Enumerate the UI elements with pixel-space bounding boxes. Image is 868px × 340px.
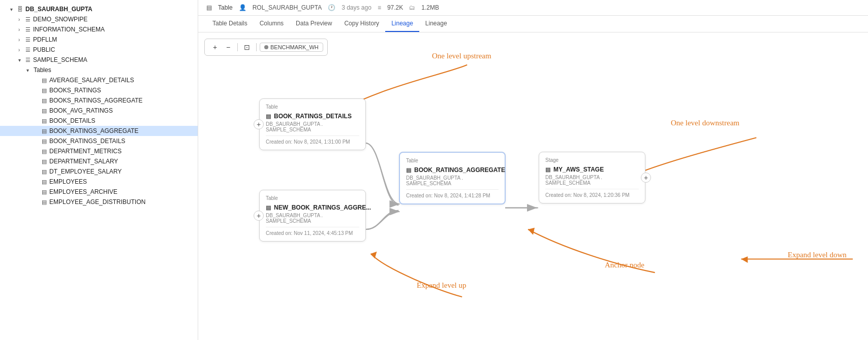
tab-table-details[interactable]: Table Details (206, 16, 254, 32)
sidebar-item-book_ratings_aggregate[interactable]: ▤ BOOK_RATINGS_AGGREGATE (0, 126, 198, 136)
lineage-arrows (198, 32, 868, 340)
sidebar-item-employees[interactable]: ▤ EMPLOYEES (0, 177, 198, 187)
sidebar-item-books_ratings_aggregate[interactable]: ▤ BOOKS_RATINGS_AGGREGATE (0, 95, 198, 106)
zoom-out-button[interactable]: − (222, 41, 234, 53)
sidebar-item-sample_schema[interactable]: ▾ ☰ SAMPLE_SCHEMA (0, 55, 198, 65)
table-icon-sm: ▤ (406, 167, 411, 174)
sidebar-item-public[interactable]: › ☰ PUBLIC (0, 45, 198, 55)
sidebar-item-employees_archive[interactable]: ▤ EMPLOYEES_ARCHIVE (0, 187, 198, 197)
table-icon: ▤ (42, 128, 47, 134)
node-anchor[interactable]: Table ▤ BOOK_RATINGS_AGGREGATE DB_SAURAB… (399, 152, 506, 205)
sidebar-item-book_avg_ratings[interactable]: ▤ BOOK_AVG_RATINGS (0, 106, 198, 116)
table-icon: ▤ (42, 97, 47, 104)
owner-icon: 👤 (239, 4, 246, 11)
schema-icon: ☰ (25, 37, 30, 43)
node-anchor-label: Table (406, 158, 499, 163)
tab-columns[interactable]: Columns (254, 16, 290, 32)
table-icon: ▤ (42, 189, 47, 195)
table-icon: ▤ (42, 118, 47, 124)
warehouse-label: BENCHMARK_WH (270, 44, 319, 50)
warehouse-selector[interactable]: BENCHMARK_WH (260, 43, 323, 52)
sidebar-label: AVERAGE_SALARY_DETAILS (49, 77, 134, 84)
warehouse-status-dot (264, 45, 268, 49)
sidebar-item-department_metrics[interactable]: ▤ DEPARTMENT_METRICS (0, 146, 198, 156)
sidebar-label: EMPLOYEES (49, 178, 87, 185)
zoom-in-button[interactable]: + (209, 41, 221, 53)
schema-icon: ☰ (25, 57, 30, 63)
sidebar-label: DT_EMPLOYEE_SALARY (49, 168, 122, 175)
table-icon: ▤ (42, 158, 47, 165)
lineage-canvas: + − ⊡ BENCHMARK_WH (198, 32, 868, 340)
database-icon: 🗄 (17, 6, 23, 12)
sidebar-label: EMPLOYEES_ARCHIVE (49, 188, 117, 195)
table-icon-sm: ▤ (266, 113, 271, 120)
toolbar-divider2 (256, 43, 257, 51)
sidebar-label: Tables (34, 66, 51, 74)
table-type-icon: ▤ (206, 4, 212, 11)
table-icon: ▤ (42, 108, 47, 114)
schema-icon: ☰ (25, 26, 30, 33)
table-icon: ▤ (42, 77, 47, 84)
node-upstream1-label: Table (266, 104, 359, 110)
table-icon: ▤ (42, 168, 47, 175)
sidebar-item-average_salary_details[interactable]: ▤ AVERAGE_SALARY_DETAILS (0, 75, 198, 85)
node-upstream1-schema: DB_SAURABH_GUPTA . SAMPLE_SCHEMA (266, 121, 359, 132)
node-upstream2-schema: DB_SAURABH_GUPTA . SAMPLE_SCHEMA (266, 213, 359, 224)
node-upstream2[interactable]: Table ▤ NEW_BOOK_RATINGS_AGGRE... DB_SAU… (259, 190, 366, 242)
node-upstream1-created: Created on: Nov 8, 2024, 1:31:00 PM (266, 135, 359, 145)
size-label: 1.2MB (421, 4, 439, 11)
table-icon: ▤ (42, 148, 47, 155)
sidebar-label: INFORMATION_SCHEMA (33, 26, 105, 33)
time-label: 3 days ago (342, 4, 371, 11)
sidebar-item-dt_employee_salary[interactable]: ▤ DT_EMPLOYEE_SALARY (0, 166, 198, 177)
tab-lineage[interactable]: Lineage (385, 16, 419, 32)
chevron-icon: › (18, 47, 25, 53)
chevron-icon: › (18, 17, 25, 22)
chevron-icon: › (18, 37, 25, 43)
tabs-bar: Table Details Columns Data Preview Copy … (198, 16, 868, 32)
sidebar-item-tables-group[interactable]: ▾ Tables (0, 65, 198, 75)
sidebar-item-employee_age_distribution[interactable]: ▤ EMPLOYEE_AGE_DISTRIBUTION (0, 197, 198, 207)
node-downstream1[interactable]: Stage ▤ MY_AWS_STAGE DB_SAURABH_GUPTA . … (539, 152, 645, 203)
node-downstream1-schema: DB_SAURABH_GUPTA . SAMPLE_SCHEMA (545, 175, 639, 186)
sidebar-label: BOOKS_RATINGS (49, 87, 101, 94)
annotation-upstream: One level upstream (432, 52, 491, 60)
node-upstream2-title: ▤ NEW_BOOK_RATINGS_AGGRE... (266, 204, 359, 211)
sidebar-item-information_schema[interactable]: › ☰ INFORMATION_SCHEMA (0, 24, 198, 35)
sidebar-item-database[interactable]: ▾ 🗄 DB_SAURABH_GUPTA (0, 4, 198, 14)
tab-data-preview[interactable]: Data Preview (290, 16, 338, 32)
sidebar-label: DEMO_SNOWPIPE (33, 16, 87, 23)
node-upstream2-label: Table (266, 195, 359, 201)
node-downstream1-expand-button[interactable]: + (641, 173, 651, 183)
sidebar-label: BOOK_RATINGS_AGGREGATE (49, 127, 139, 134)
table-icon: ▤ (42, 138, 47, 145)
node-upstream1[interactable]: Table ▤ BOOK_RATINGS_DETAILS DB_SAURABH_… (259, 98, 366, 150)
node-upstream1-title: ▤ BOOK_RATINGS_DETAILS (266, 113, 359, 120)
annotation-anchor: Anchor node (605, 261, 644, 269)
sidebar-item-demo_snowpipe[interactable]: › ☰ DEMO_SNOWPIPE (0, 14, 198, 24)
sidebar-item-book_details[interactable]: ▤ BOOK_DETAILS (0, 116, 198, 126)
node-anchor-title: ▤ BOOK_RATINGS_AGGREGATE (406, 166, 499, 174)
node-upstream1-expand-button[interactable]: + (254, 119, 264, 129)
tab-copy-history[interactable]: Copy History (338, 16, 385, 32)
chevron-icon: ▾ (10, 7, 17, 12)
sidebar-label: BOOK_DETAILS (49, 117, 95, 124)
svg-marker-5 (741, 256, 748, 263)
chevron-icon: ▾ (18, 57, 25, 63)
svg-marker-4 (370, 252, 377, 259)
svg-marker-3 (528, 228, 535, 235)
tab-preview[interactable]: Lineage (419, 16, 453, 32)
node-upstream2-expand-button[interactable]: + (254, 211, 264, 221)
fit-view-button[interactable]: ⊡ (241, 41, 253, 53)
node-anchor-schema: DB_SAURABH_GUPTA . SAMPLE_SCHEMA (406, 175, 499, 186)
sidebar-item-books_ratings[interactable]: ▤ BOOKS_RATINGS (0, 85, 198, 95)
sidebar-label: SAMPLE_SCHEMA (33, 56, 87, 63)
sidebar-item-pdfllm[interactable]: › ☰ PDFLLM (0, 35, 198, 45)
sidebar-item-book_ratings_details[interactable]: ▤ BOOK_RATINGS_DETAILS (0, 136, 198, 146)
schema-icon: ☰ (25, 47, 30, 53)
preview-tab-label: Lineage (425, 20, 447, 27)
annotation-downstream: One level downstream (671, 119, 739, 127)
sidebar-item-department_salary[interactable]: ▤ DEPARTMENT_SALARY (0, 156, 198, 166)
lineage-toolbar: + − ⊡ BENCHMARK_WH (204, 39, 328, 56)
main-panel: ▤ Table 👤 ROL_SAURABH_GUPTA 🕐 3 days ago… (198, 0, 868, 340)
